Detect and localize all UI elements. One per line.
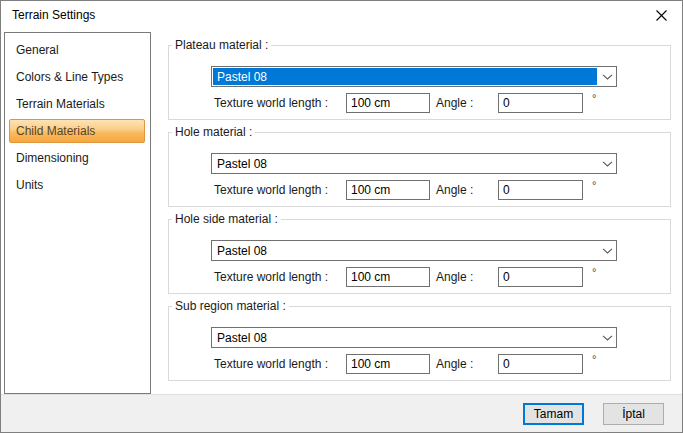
material-select-value: Pastel 08 [213,329,597,346]
group-title: Hole material : [172,125,255,139]
sidebar-item-label: General [16,43,59,57]
close-icon [655,9,668,22]
title-bar: Terrain Settings [1,1,682,29]
degree-symbol: ° [592,179,596,191]
material-select[interactable]: Pastel 08 [211,240,617,261]
material-select[interactable]: Pastel 08 [211,66,617,87]
ok-button[interactable]: Tamam [523,403,584,425]
chevron-down-icon [598,67,616,86]
material-select[interactable]: Pastel 08 [211,327,617,348]
texture-length-input[interactable] [346,93,430,113]
texture-length-label: Texture world length : [214,267,328,287]
chevron-down-icon [598,154,616,173]
window-title: Terrain Settings [12,8,95,22]
material-select-value: Pastel 08 [213,242,597,259]
footer-bar: Tamam İptal [1,394,682,432]
degree-symbol: ° [592,266,596,278]
material-group: Hole side material : Pastel 08 Texture w… [168,219,671,294]
degree-symbol: ° [592,92,596,104]
texture-length-label: Texture world length : [214,354,328,374]
settings-category-list: General Colors & Line Types Terrain Mate… [4,32,151,394]
sidebar-item-label: Terrain Materials [16,97,105,111]
material-group: Sub region material : Pastel 08 Texture … [168,306,671,381]
material-select[interactable]: Pastel 08 [211,153,617,174]
angle-input[interactable] [498,93,583,113]
angle-input[interactable] [498,354,583,374]
chevron-down-icon [598,328,616,347]
sidebar-item-child-materials[interactable]: Child Materials [9,119,145,143]
sidebar-item-label: Child Materials [16,124,95,138]
material-group: Hole material : Pastel 08 Texture world … [168,132,671,207]
angle-input[interactable] [498,267,583,287]
texture-angle-row: Texture world length : Angle : ° [169,93,670,114]
sidebar-item-dimensioning[interactable]: Dimensioning [9,146,145,170]
texture-length-label: Texture world length : [214,93,328,113]
terrain-settings-dialog: Terrain Settings General Colors & Line T… [0,0,683,433]
sidebar-item-colors-line-types[interactable]: Colors & Line Types [9,65,145,89]
texture-length-input[interactable] [346,267,430,287]
sidebar-item-general[interactable]: General [9,38,145,62]
group-title: Sub region material : [172,299,289,313]
chevron-down-icon [598,241,616,260]
material-select-value: Pastel 08 [213,155,597,172]
sidebar-item-label: Colors & Line Types [16,70,123,84]
angle-input[interactable] [498,180,583,200]
texture-angle-row: Texture world length : Angle : ° [169,180,670,201]
texture-angle-row: Texture world length : Angle : ° [169,354,670,375]
angle-label: Angle : [436,267,473,287]
sidebar-item-terrain-materials[interactable]: Terrain Materials [9,92,145,116]
cancel-button[interactable]: İptal [603,403,664,425]
angle-label: Angle : [436,354,473,374]
texture-length-label: Texture world length : [214,180,328,200]
texture-length-input[interactable] [346,180,430,200]
sidebar-item-label: Dimensioning [16,151,89,165]
sidebar-item-units[interactable]: Units [9,173,145,197]
sidebar-item-label: Units [16,178,43,192]
texture-length-input[interactable] [346,354,430,374]
degree-symbol: ° [592,353,596,365]
material-group: Plateau material : Pastel 08 Texture wor… [168,45,671,120]
material-select-value: Pastel 08 [213,68,597,85]
angle-label: Angle : [436,93,473,113]
texture-angle-row: Texture world length : Angle : ° [169,267,670,288]
angle-label: Angle : [436,180,473,200]
group-title: Plateau material : [172,38,271,52]
close-button[interactable] [644,1,678,29]
group-title: Hole side material : [172,212,281,226]
